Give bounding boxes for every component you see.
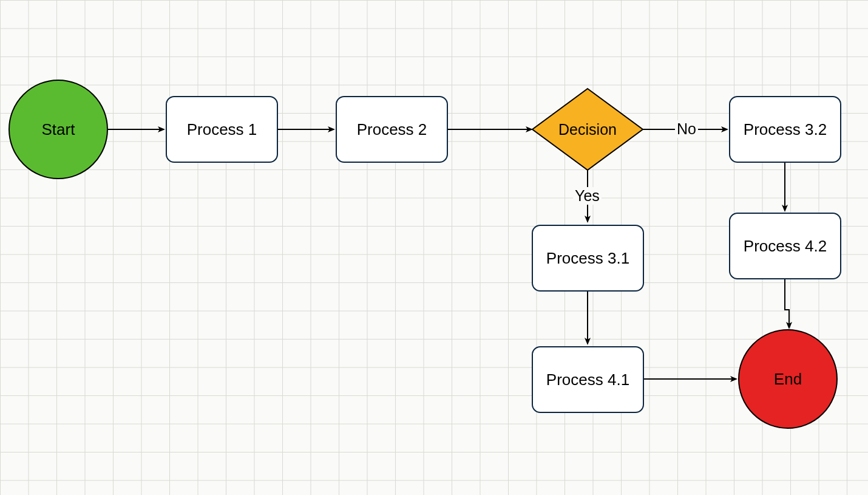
- process-4-2-label: Process 4.2: [744, 237, 827, 256]
- process-3-1-label: Process 3.1: [546, 249, 629, 268]
- edge-yes-label: Yes: [573, 187, 602, 205]
- process-4-2-node[interactable]: Process 4.2: [729, 213, 841, 279]
- process-2-node[interactable]: Process 2: [336, 96, 448, 163]
- process-4-1-node[interactable]: Process 4.1: [532, 346, 644, 413]
- edge-no-label: No: [675, 120, 698, 138]
- process-3-2-label: Process 3.2: [744, 120, 827, 139]
- process-1-label: Process 1: [187, 120, 257, 139]
- process-4-1-label: Process 4.1: [546, 370, 629, 389]
- process-2-label: Process 2: [357, 120, 427, 139]
- decision-label: Decision: [558, 121, 617, 138]
- end-node[interactable]: End: [738, 329, 838, 429]
- decision-node[interactable]: Decision: [533, 89, 642, 171]
- start-node[interactable]: Start: [8, 80, 108, 179]
- process-3-1-node[interactable]: Process 3.1: [532, 225, 644, 292]
- end-label: End: [774, 370, 802, 389]
- start-label: Start: [42, 120, 75, 139]
- process-1-node[interactable]: Process 1: [166, 96, 278, 163]
- process-3-2-node[interactable]: Process 3.2: [729, 96, 841, 163]
